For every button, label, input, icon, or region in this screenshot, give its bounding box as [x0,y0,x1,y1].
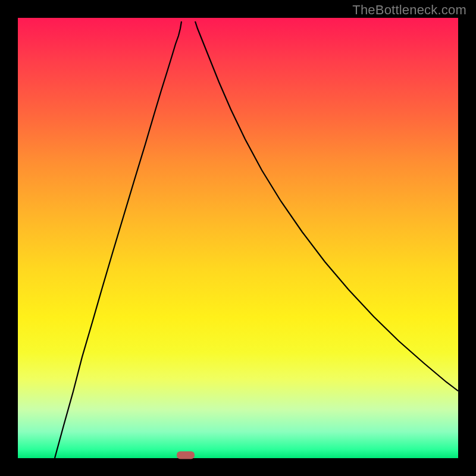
watermark-text: TheBottleneck.com [352,2,466,18]
curve-svg [18,18,458,458]
chart-frame: TheBottleneck.com [0,0,476,476]
left-curve-path [55,21,181,458]
plot-area [18,18,458,458]
right-curve-path [195,21,458,391]
minimum-marker [177,452,195,459]
